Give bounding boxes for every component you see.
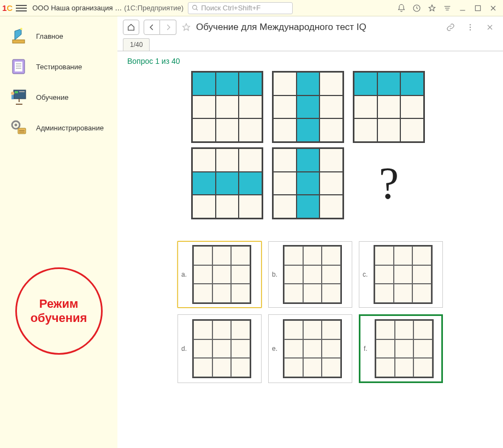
svg-rect-19 — [19, 91, 25, 92]
mode-badge: Режим обучения — [15, 267, 103, 355]
page-body: Вопрос 1 из 40 ? a.b.c.d.e.f. — [117, 51, 503, 448]
sidebar: Главное Тестирование Обучение Администри… — [0, 16, 117, 448]
answer-letter: e. — [272, 345, 280, 353]
desk-lamp-icon — [9, 26, 28, 46]
answer-option[interactable]: a. — [177, 241, 262, 308]
answer-letter: d. — [181, 345, 189, 353]
svg-rect-23 — [11, 95, 14, 99]
puzzle-tile — [191, 71, 263, 143]
answer-letter: b. — [272, 271, 280, 278]
search-icon — [192, 4, 199, 11]
tab-bar: 1/40 — [117, 38, 503, 51]
sidebar-item-main[interactable]: Главное — [0, 21, 117, 51]
sidebar-label: Обучение — [36, 93, 68, 101]
svg-point-11 — [20, 28, 22, 30]
home-button[interactable] — [123, 20, 139, 35]
clipboard-icon — [9, 57, 28, 76]
sidebar-item-testing[interactable]: Тестирование — [0, 51, 117, 82]
svg-point-22 — [11, 92, 14, 95]
svg-point-29 — [470, 24, 471, 25]
question-mark: ? — [353, 147, 425, 219]
maximize-button[interactable] — [470, 2, 486, 14]
more-icon[interactable] — [463, 21, 478, 33]
svg-rect-18 — [15, 91, 18, 93]
gear-icon — [9, 118, 28, 138]
svg-rect-7 — [475, 5, 480, 10]
puzzle-tile — [272, 71, 344, 143]
mode-line2: обучения — [31, 311, 87, 325]
svg-rect-13 — [15, 62, 22, 71]
app-name: (1С:Предприятие) — [124, 4, 184, 12]
mode-line1: Режим — [39, 297, 78, 311]
puzzle-tile — [353, 71, 425, 143]
answer-tile — [192, 245, 251, 304]
search-input[interactable]: Поиск Ctrl+Shift+F — [188, 2, 292, 14]
close-button[interactable] — [486, 2, 501, 14]
answer-letter: a. — [181, 271, 189, 278]
svg-point-25 — [15, 124, 17, 127]
link-icon[interactable] — [443, 21, 458, 33]
svg-rect-26 — [18, 128, 26, 134]
forward-button[interactable] — [160, 20, 176, 35]
sidebar-label: Администрирование — [36, 124, 104, 132]
answer-tile — [283, 245, 342, 304]
settings-icon[interactable] — [440, 2, 455, 14]
app-logo: 1C — [2, 3, 13, 13]
content-area: Обучение для Международного тест IQ 1/40… — [117, 16, 503, 448]
answer-option[interactable]: d. — [177, 314, 262, 383]
bell-icon[interactable] — [394, 2, 409, 14]
answer-tile — [375, 319, 434, 378]
answer-tile — [374, 245, 433, 304]
puzzle-tile — [191, 147, 263, 219]
tab-progress[interactable]: 1/40 — [123, 38, 150, 51]
svg-point-30 — [470, 27, 471, 28]
answer-tile — [283, 319, 342, 378]
titlebar: 1C ООО Наша организация … (1С:Предприяти… — [0, 0, 503, 16]
favorite-button[interactable] — [181, 22, 192, 33]
svg-rect-10 — [13, 40, 25, 43]
sidebar-item-admin[interactable]: Администрирование — [0, 112, 117, 143]
svg-point-31 — [470, 29, 471, 30]
content-toolbar: Обучение для Международного тест IQ — [117, 16, 503, 38]
close-page-button[interactable] — [482, 21, 498, 33]
sidebar-label: Главное — [36, 32, 63, 40]
answer-letter: c. — [363, 271, 370, 278]
back-button[interactable] — [144, 20, 160, 35]
puzzle-tile — [272, 147, 344, 219]
answer-option[interactable]: b. — [268, 241, 352, 308]
answer-option[interactable]: c. — [359, 241, 443, 308]
star-icon[interactable] — [424, 2, 440, 14]
question-label: Вопрос 1 из 40 — [127, 57, 493, 65]
sidebar-label: Тестирование — [36, 63, 82, 71]
menu-button[interactable] — [16, 3, 27, 14]
org-name: ООО Наша организация … — [32, 4, 122, 12]
answer-option[interactable]: e. — [268, 314, 352, 383]
minimize-button[interactable] — [455, 2, 470, 14]
puzzle-grid: ? — [127, 71, 493, 219]
presentation-icon — [9, 87, 28, 107]
sidebar-item-learning[interactable]: Обучение — [0, 82, 117, 112]
page-title: Обучение для Международного тест IQ — [196, 22, 439, 33]
search-placeholder: Поиск Ctrl+Shift+F — [201, 4, 261, 12]
answer-tile — [192, 319, 251, 378]
history-icon[interactable] — [409, 2, 424, 14]
svg-line-1 — [196, 9, 198, 10]
answer-letter: f. — [364, 345, 371, 353]
answer-grid: a.b.c.d.e.f. — [127, 241, 493, 383]
answer-option[interactable]: f. — [359, 314, 443, 383]
svg-point-0 — [193, 5, 197, 10]
